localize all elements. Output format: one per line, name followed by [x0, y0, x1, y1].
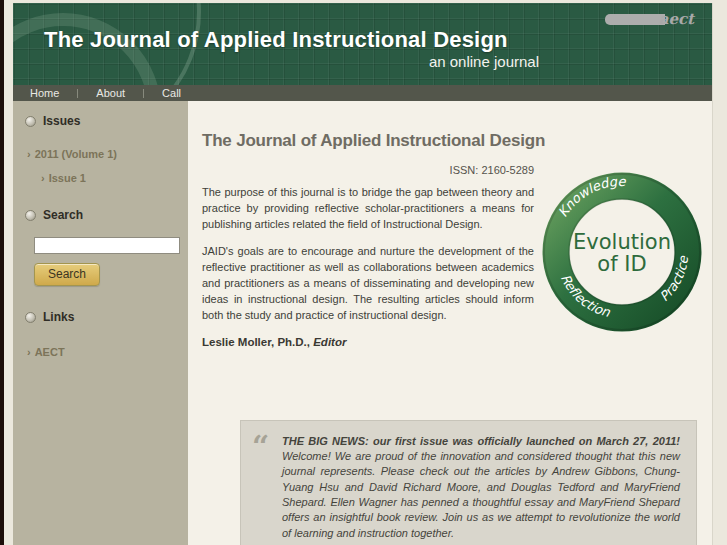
editor-byline: Leslie Moller, Ph.D., Editor: [202, 336, 534, 348]
aect-logo-bar: [605, 14, 665, 25]
big-news-quote-box: “ THE BIG NEWS: our first issue was offi…: [240, 420, 697, 545]
top-navbar: Home About Call: [13, 85, 712, 101]
sidebar-section-links: Links: [25, 310, 188, 324]
big-news-lead: THE BIG NEWS: our first issue was offici…: [282, 435, 680, 447]
nav-separator: [143, 89, 144, 98]
header-titles: The Journal of Applied Instructional Des…: [13, 3, 539, 70]
site-header: aect The Journal of Applied Instructiona…: [13, 3, 712, 85]
volume-link[interactable]: 2011 (Volume 1): [35, 148, 117, 160]
editor-name: Leslie Moller, Ph.D.,: [202, 336, 313, 348]
sidebar-item-issue1[interactable]: ›Issue 1: [41, 168, 188, 186]
nav-item-call[interactable]: Call: [162, 87, 181, 99]
badge-center-line1: Evolution: [573, 230, 671, 254]
big-news-text: THE BIG NEWS: our first issue was offici…: [282, 434, 680, 542]
chevron-right-icon: ›: [27, 148, 31, 160]
intro-paragraph-1: The purpose of this journal is to bridge…: [202, 185, 534, 233]
chevron-right-icon: ›: [27, 346, 31, 358]
radio-bullet-icon: [25, 210, 36, 221]
site-subtitle: an online journal: [44, 53, 539, 70]
links-label: Links: [43, 310, 74, 324]
page-left-edge-strip: [0, 0, 4, 545]
mobius-ribbon-logo: Knowledge Practice Reflection Evolution …: [536, 167, 710, 337]
search-button[interactable]: Search: [34, 263, 100, 286]
issues-label: Issues: [43, 114, 80, 128]
site-title: The Journal of Applied Instructional Des…: [44, 28, 539, 52]
nav-item-about[interactable]: About: [96, 87, 125, 99]
badge-center-line2: of ID: [597, 252, 646, 276]
radio-bullet-icon: [25, 312, 36, 323]
aect-logo[interactable]: aect: [605, 12, 694, 27]
issue-link[interactable]: Issue 1: [49, 172, 86, 184]
search-label: Search: [43, 208, 83, 222]
sidebar: Issues ›2011 (Volume 1) ›Issue 1 Search …: [13, 101, 188, 545]
nav-item-home[interactable]: Home: [30, 87, 59, 99]
main-content: The Journal of Applied Instructional Des…: [188, 101, 712, 545]
quote-icon: “: [252, 434, 282, 545]
radio-bullet-icon: [25, 116, 36, 127]
sidebar-item-aect[interactable]: ›AECT: [27, 342, 188, 360]
chevron-right-icon: ›: [41, 172, 45, 184]
sidebar-item-volume[interactable]: ›2011 (Volume 1): [27, 144, 188, 162]
evolution-of-id-badge: Knowledge Practice Reflection Evolution …: [536, 167, 710, 337]
aect-link[interactable]: AECT: [35, 346, 65, 358]
search-input[interactable]: [34, 237, 180, 254]
editor-title: Editor: [313, 336, 346, 348]
intro-paragraph-2: JAID's goals are to encourage and nurtur…: [202, 244, 534, 324]
sidebar-section-search: Search: [25, 208, 188, 222]
aect-logo-text: aect: [659, 12, 694, 27]
issn-label: ISSN: 2160-5289: [202, 164, 534, 176]
sidebar-section-issues: Issues: [25, 114, 188, 128]
big-news-body: Welcome! We are proud of the innovation …: [282, 450, 680, 539]
page-container: aect The Journal of Applied Instructiona…: [13, 3, 713, 545]
nav-separator: [77, 89, 78, 98]
page-title: The Journal of Applied Instructional Des…: [202, 131, 712, 151]
